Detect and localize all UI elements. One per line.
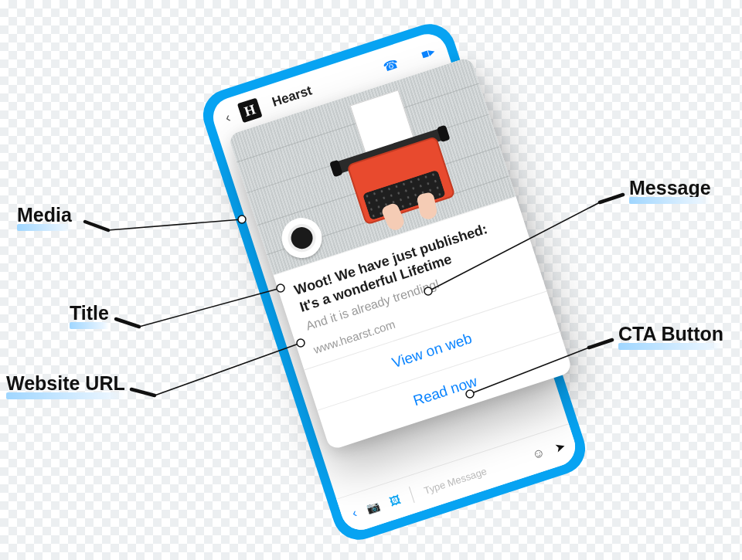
phone-stage: ‹ H Hearst ☎ ■▸ ‹ 📷 🖼 Type Message ☺ ➤ xyxy=(196,17,592,546)
video-icon[interactable]: ■▸ xyxy=(419,43,437,62)
typewriter-graphic xyxy=(320,87,466,233)
camera-icon[interactable]: 📷 xyxy=(365,499,381,514)
divider xyxy=(409,487,415,503)
brand-name: Hearst xyxy=(271,83,315,110)
label-url: Website URL xyxy=(6,372,125,395)
label-title: Title xyxy=(70,302,109,324)
emoji-icon[interactable]: ☺ xyxy=(530,445,546,462)
svg-line-1 xyxy=(116,319,139,327)
send-icon[interactable]: ➤ xyxy=(553,438,567,455)
label-media: Media xyxy=(17,204,72,226)
label-message: Message xyxy=(629,177,711,199)
call-icon[interactable]: ☎ xyxy=(381,56,400,74)
coffee-cup-graphic xyxy=(277,212,328,263)
svg-line-0 xyxy=(85,222,108,230)
svg-line-2 xyxy=(131,389,155,395)
image-icon[interactable]: 🖼 xyxy=(388,493,402,508)
svg-line-4 xyxy=(589,340,612,348)
input-expand-icon[interactable]: ‹ xyxy=(350,506,359,521)
label-cta: CTA Button xyxy=(618,323,723,345)
svg-line-3 xyxy=(600,195,623,202)
svg-line-5 xyxy=(108,219,242,230)
back-icon[interactable]: ‹ xyxy=(223,109,233,126)
brand-logo: H xyxy=(237,97,263,123)
